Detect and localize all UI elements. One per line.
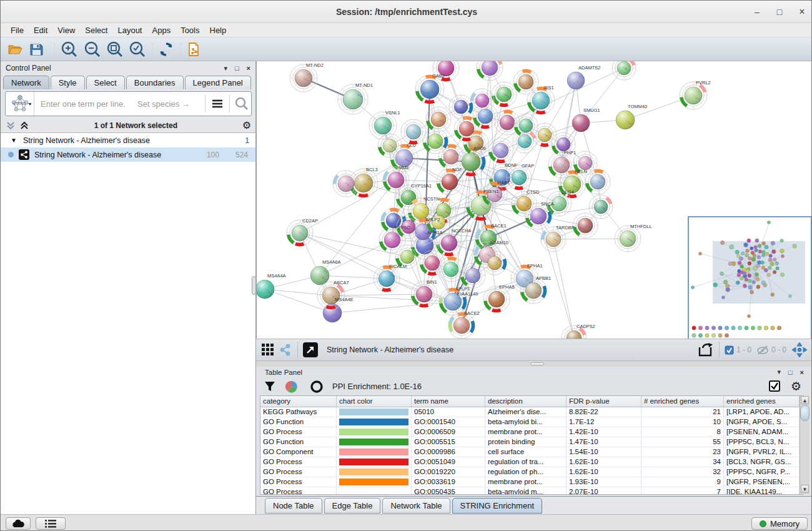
string-query-placeholder[interactable]: Enter one term per line. (34, 99, 137, 109)
grid-view-icon[interactable] (261, 343, 275, 357)
refresh-icon[interactable] (157, 41, 176, 58)
network-node[interactable] (395, 245, 419, 269)
pie-chart-icon[interactable] (285, 380, 299, 394)
hidden-eye-icon[interactable] (756, 345, 769, 355)
panel-splitter-grip[interactable] (252, 276, 256, 295)
tree-expand-icon[interactable]: ▼ (11, 137, 17, 144)
zoom-out-icon[interactable] (83, 41, 102, 58)
tab-network-table[interactable]: Network Table (382, 498, 450, 514)
column-header--enriched-genes[interactable]: # enriched genes (641, 396, 724, 407)
filter-icon[interactable] (264, 380, 276, 393)
network-node[interactable] (573, 213, 598, 238)
network-node[interactable] (533, 123, 557, 147)
selected-checkbox-icon[interactable] (725, 345, 734, 355)
navigate-move-icon[interactable] (791, 342, 808, 358)
column-header-enriched-genes[interactable]: enriched genes (724, 396, 800, 407)
zoom-in-icon[interactable] (60, 41, 79, 58)
network-node[interactable] (438, 257, 463, 282)
network-node-pvrl2[interactable] (680, 82, 707, 109)
network-node-mme[interactable] (383, 167, 409, 193)
network-node[interactable] (585, 169, 610, 194)
network-node[interactable] (401, 119, 426, 144)
network-node-ppp5c[interactable] (379, 227, 405, 253)
menu-item-file[interactable]: File (6, 24, 29, 36)
open-in-window-icon[interactable] (303, 342, 318, 357)
network-node[interactable] (449, 95, 473, 119)
birds-eye-view[interactable] (688, 216, 812, 340)
table-row[interactable]: GO ComponentGO:0009986cell surface1.54E-… (260, 447, 803, 457)
automation-cloud-button[interactable] (6, 517, 31, 530)
panel-close-icon[interactable]: × (247, 64, 250, 72)
expand-all-icon[interactable] (19, 121, 29, 131)
tab-network[interactable]: Network (3, 76, 49, 89)
zoom-fit-icon[interactable] (106, 41, 124, 58)
task-history-button[interactable] (36, 517, 66, 530)
tab-boundaries[interactable]: Boundaries (126, 76, 184, 89)
open-file-icon[interactable] (6, 41, 24, 58)
column-header-term-name[interactable]: term name (412, 396, 485, 407)
network-node[interactable] (612, 61, 636, 80)
table-row[interactable]: KEGG Pathways05010Alzheimer's dise...8.8… (260, 407, 803, 417)
network-node-adamts2[interactable] (567, 72, 585, 89)
menu-item-edit[interactable]: Edit (29, 24, 52, 36)
memory-button[interactable]: Memory (751, 517, 808, 530)
column-header-description[interactable]: description (485, 396, 567, 407)
network-node-picalm[interactable] (374, 266, 400, 292)
zoom-selected-icon[interactable] (128, 41, 147, 58)
table-row[interactable]: GO ProcessGO:0033619membrane prot...1.93… (260, 477, 803, 487)
table-row[interactable]: GO FunctionGO:0001540beta-amyloid bi...1… (260, 417, 803, 427)
menu-item-apps[interactable]: Apps (147, 24, 176, 36)
table-row[interactable]: GO ProcessGO:0006509membrane prot...1.42… (260, 427, 803, 437)
panel-collapse-icon[interactable]: ▾ (224, 64, 227, 72)
tab-legend-panel[interactable]: Legend Panel (185, 76, 251, 89)
network-node-epha5[interactable] (483, 286, 510, 312)
network-node[interactable] (492, 82, 517, 107)
panel-collapse-icon[interactable]: ▾ (777, 368, 781, 376)
tab-string-enrichment[interactable]: STRING Enrichment (452, 498, 542, 514)
network-node-aplp1[interactable] (439, 288, 467, 315)
string-style-icon[interactable] (279, 343, 292, 357)
network-options-gear-icon[interactable]: ⚙ (242, 121, 251, 131)
column-header-category[interactable]: category (260, 396, 337, 407)
network-node[interactable] (433, 61, 459, 81)
menu-item-tools[interactable]: Tools (176, 24, 204, 36)
network-node-apbb1[interactable] (520, 277, 547, 304)
menu-item-view[interactable]: View (52, 24, 80, 36)
network-node-ms4a6a[interactable] (310, 266, 329, 285)
network-node[interactable] (423, 129, 448, 154)
network-node[interactable] (514, 114, 538, 137)
scrollbar-thumb[interactable] (800, 405, 810, 421)
network-node-cd2ap[interactable] (287, 220, 313, 246)
string-options-icon[interactable] (208, 92, 227, 116)
horizontal-splitter-grip[interactable] (530, 362, 544, 365)
panel-float-icon[interactable]: □ (235, 64, 239, 72)
tab-style[interactable]: Style (51, 76, 85, 89)
menu-item-layout[interactable]: Layout (112, 24, 147, 36)
panel-close-icon[interactable]: × (800, 369, 804, 376)
select-all-checkbox-icon[interactable] (769, 380, 781, 392)
network-nodes[interactable] (257, 61, 707, 339)
tab-node-table[interactable]: Node Table (265, 498, 322, 514)
enrichment-settings-gear-icon[interactable]: ⚙ (791, 380, 801, 392)
panel-float-icon[interactable]: □ (788, 369, 793, 376)
network-node[interactable] (573, 151, 597, 175)
tab-edge-table[interactable]: Edge Table (324, 498, 381, 514)
minimize-button[interactable]: – (750, 6, 764, 18)
column-header-FDR-p-value[interactable]: FDR p-value (567, 396, 641, 407)
network-node[interactable] (513, 69, 538, 94)
network-collection-row[interactable]: ▼ String Network - Alzheimer's disease 1 (1, 133, 255, 147)
maximize-button[interactable]: □ (773, 6, 786, 18)
save-session-icon[interactable] (27, 41, 46, 58)
network-node-bace2[interactable] (448, 312, 475, 339)
network-node-irs1[interactable] (527, 87, 555, 114)
network-row[interactable]: String Network - Alzheimer's disease 100… (1, 147, 255, 162)
network-node-tomm40[interactable] (616, 111, 635, 129)
network-node-mt-nd2[interactable] (290, 64, 317, 92)
network-node-mt-nd1[interactable] (338, 84, 368, 114)
column-header-chart-color[interactable]: chart color (337, 396, 412, 407)
table-row[interactable]: GO ProcessGO:0051049regulation of tra...… (260, 457, 803, 467)
network-from-file-icon[interactable] (186, 41, 204, 58)
table-row[interactable]: GO ProcessGO:0019220regulation of ph...1… (260, 467, 803, 477)
collapse-all-icon[interactable] (6, 121, 16, 131)
network-node-ms4a4a[interactable] (257, 280, 274, 299)
